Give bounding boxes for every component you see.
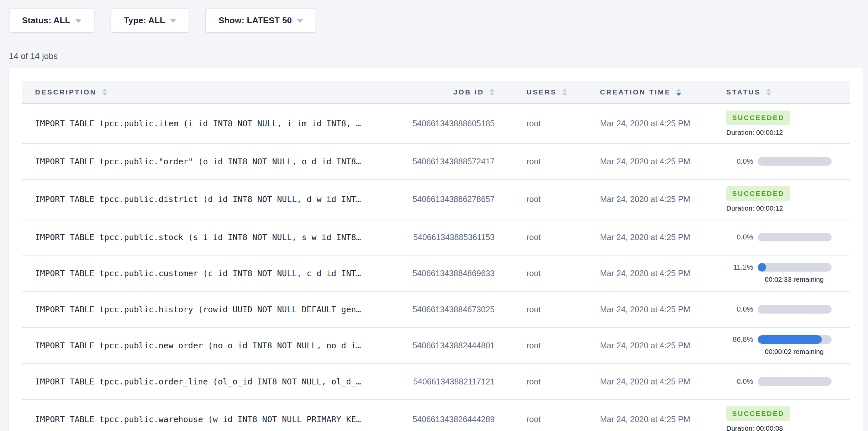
job-creation-time: Mar 24, 2020 at 4:25 PM [582,269,709,278]
job-user: root [508,233,582,242]
job-description: IMPORT TABLE tpcc.public.item (i_id INT8… [22,119,416,128]
job-status-cell: 86.8%00:00:02 remaining [709,335,849,356]
type-filter-dropdown[interactable]: Type: ALL [111,8,189,33]
progress-percent: 86.8% [726,335,753,344]
job-id: 540661343888572417 [416,157,508,166]
progress-percent: 0.0% [726,157,753,166]
status-badge-succeeded: SUCCEEDED [726,186,790,201]
status-duration: Duration: 00:00:12 [726,204,783,212]
job-id: 540661343882117121 [416,377,508,387]
chevron-down-icon [297,19,303,23]
job-id: 540661343886278657 [416,194,508,204]
type-filter-label: Type: ALL [124,16,165,26]
progress-bar-line: 86.8% [726,335,832,344]
progress-bar-track [758,335,832,344]
job-id: 540661343884869633 [416,269,508,278]
show-filter-dropdown[interactable]: Show: LATEST 50 [205,8,316,33]
job-description: IMPORT TABLE tpcc.public.warehouse (w_id… [22,414,416,424]
progress-bar-line: 0.0% [726,305,832,314]
job-id: 540661343884673025 [416,305,508,314]
job-id: 540661343888605185 [416,119,508,128]
job-id: 540661343882444801 [416,341,508,350]
job-status-cell: 0.0% [709,157,849,166]
table-row: IMPORT TABLE tpcc.public.item (i_id INT8… [22,104,849,144]
job-description: IMPORT TABLE tpcc.public.new_order (no_o… [22,341,416,350]
job-creation-time: Mar 24, 2020 at 4:25 PM [582,305,709,314]
progress-time-remaining: 00:00:02 remaining [726,348,832,356]
status-badge-succeeded: SUCCEEDED [726,111,790,125]
job-creation-time: Mar 24, 2020 at 4:25 PM [582,341,709,350]
table-row: IMPORT TABLE tpcc.public."order" (o_id I… [22,144,849,180]
job-user: root [508,119,582,128]
job-status-cell: 0.0% [709,377,849,386]
job-user: root [508,305,582,314]
table-row: IMPORT TABLE tpcc.public.order_line (ol_… [22,364,849,400]
job-creation-time: Mar 24, 2020 at 4:25 PM [582,377,709,387]
filters-bar: Status: ALL Type: ALL Show: LATEST 50 [0,0,868,33]
job-creation-time: Mar 24, 2020 at 4:25 PM [582,119,709,128]
progress-bar-line: 0.0% [726,377,832,386]
progress-bar-track [758,157,832,166]
job-id: 540661343826444289 [416,414,508,424]
job-description: IMPORT TABLE tpcc.public.stock (s_i_id I… [22,233,416,242]
chevron-down-icon [170,19,176,23]
table-row: IMPORT TABLE tpcc.public.new_order (no_o… [22,328,849,364]
job-user: root [508,157,582,166]
column-header-job-id[interactable]: JOB ID [416,88,508,96]
table-body: IMPORT TABLE tpcc.public.item (i_id INT8… [22,104,849,431]
progress-bar-line: 0.0% [726,157,832,166]
sort-icons [562,89,567,96]
job-user: root [508,414,582,424]
job-status-cell: SUCCEEDEDDuration: 00:00:12 [709,186,849,212]
status-badge-succeeded: SUCCEEDED [726,406,790,421]
table-row: IMPORT TABLE tpcc.public.warehouse (w_id… [22,400,849,431]
progress-bar-track [758,233,832,241]
job-description: IMPORT TABLE tpcc.public.history (rowid … [22,305,416,314]
progress-percent: 0.0% [726,377,753,386]
job-status-cell: SUCCEEDEDDuration: 00:00:08 [709,406,849,431]
job-creation-time: Mar 24, 2020 at 4:25 PM [582,194,709,204]
progress-bar-track [758,305,832,314]
job-user: root [508,341,582,350]
column-header-creation-time[interactable]: CREATION TIME [582,88,709,96]
status-duration: Duration: 00:00:08 [726,425,783,431]
column-header-description[interactable]: DESCRIPTION [22,88,416,96]
progress-bar-line: 11.2% [726,263,832,272]
table-row: IMPORT TABLE tpcc.public.stock (s_i_id I… [22,219,849,255]
job-id: 540661343885361153 [416,233,508,242]
progress-bar-track [758,263,832,272]
progress-percent: 0.0% [726,233,753,241]
progress-time-remaining: 00:02:33 remaining [726,276,832,283]
sort-icons [102,89,107,96]
job-description: IMPORT TABLE tpcc.public.customer (c_id … [22,269,416,278]
job-user: root [508,269,582,278]
job-description: IMPORT TABLE tpcc.public."order" (o_id I… [22,157,416,166]
table-row: IMPORT TABLE tpcc.public.customer (c_id … [22,255,849,291]
sort-icons [676,89,681,96]
job-description: IMPORT TABLE tpcc.public.order_line (ol_… [22,377,416,387]
job-creation-time: Mar 24, 2020 at 4:25 PM [582,157,709,166]
job-status-cell: 11.2%00:02:33 remaining [709,263,849,283]
jobs-page: Status: ALL Type: ALL Show: LATEST 50 14… [0,0,868,431]
job-user: root [508,377,582,387]
table-row: IMPORT TABLE tpcc.public.history (rowid … [22,291,849,328]
job-status-cell: 0.0% [709,305,849,314]
chevron-down-icon [75,19,81,23]
progress-bar-fill [758,263,766,272]
status-duration: Duration: 00:00:12 [726,129,783,136]
status-filter-label: Status: ALL [22,16,70,26]
job-creation-time: Mar 24, 2020 at 4:25 PM [582,414,709,424]
progress-bar-line: 0.0% [726,233,832,241]
column-header-users[interactable]: USERS [508,88,582,96]
sort-icons [766,89,771,96]
jobs-table-card: DESCRIPTION JOB ID USERS CREATION TIME S… [9,68,863,431]
show-filter-label: Show: LATEST 50 [218,16,292,26]
status-filter-dropdown[interactable]: Status: ALL [9,8,94,33]
table-row: IMPORT TABLE tpcc.public.district (d_id … [22,180,849,219]
table-header-row: DESCRIPTION JOB ID USERS CREATION TIME S… [22,81,849,104]
job-status-cell: 0.0% [709,233,849,241]
column-header-status[interactable]: STATUS [709,88,849,96]
progress-bar-track [758,377,832,386]
progress-percent: 11.2% [726,263,753,272]
sort-icons [490,89,495,96]
